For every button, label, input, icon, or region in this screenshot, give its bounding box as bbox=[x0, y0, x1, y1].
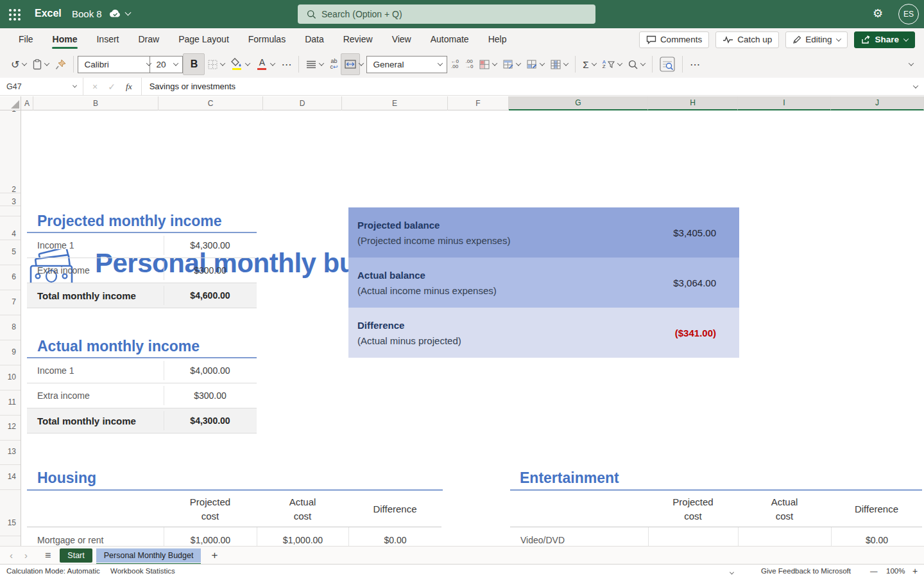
zoom-out-button[interactable]: — bbox=[870, 567, 878, 575]
table-row[interactable]: Income 1 $4,000.00 bbox=[27, 358, 257, 383]
column-header-j[interactable]: J bbox=[831, 96, 924, 110]
menu-tab-page-layout[interactable]: Page Layout bbox=[169, 28, 239, 51]
account-avatar[interactable]: ES bbox=[898, 4, 919, 24]
app-launcher-icon[interactable] bbox=[9, 9, 21, 21]
menu-tab-home[interactable]: Home bbox=[43, 28, 87, 51]
table-row[interactable]: Extra income $300.00 bbox=[27, 258, 257, 283]
next-sheet-chevron-icon[interactable]: › bbox=[19, 550, 33, 561]
all-sheets-menu-icon[interactable]: ≡ bbox=[33, 550, 60, 561]
select-all-corner[interactable] bbox=[0, 96, 21, 110]
sort-filter-button[interactable]: AZ bbox=[599, 53, 625, 75]
worksheet-canvas[interactable]: Personal monthly budget Projected monthl… bbox=[22, 110, 924, 546]
insert-table-button[interactable] bbox=[547, 53, 571, 75]
column-header-h[interactable]: H bbox=[648, 96, 738, 110]
projected-balance-row[interactable]: Projected balance (Projected income minu… bbox=[348, 207, 739, 258]
menu-tab-help[interactable]: Help bbox=[479, 28, 517, 51]
zoom-in-button[interactable]: + bbox=[912, 566, 918, 576]
column-header-b[interactable]: B bbox=[33, 96, 158, 110]
row-header-3[interactable]: 3 bbox=[12, 197, 16, 206]
font-size-combobox[interactable]: 20 bbox=[150, 56, 183, 73]
row-header-14[interactable]: 14 bbox=[8, 472, 16, 481]
autosum-button[interactable]: Σ bbox=[579, 53, 599, 75]
fill-color-button[interactable] bbox=[228, 53, 253, 75]
column-header-a[interactable]: A bbox=[21, 96, 33, 110]
ribbon-more-button[interactable]: ⋯ bbox=[687, 53, 703, 75]
column-header-c[interactable]: C bbox=[158, 96, 263, 110]
document-menu-chevron-icon[interactable] bbox=[125, 10, 132, 16]
row-header-12[interactable]: 12 bbox=[8, 422, 16, 431]
cancel-icon[interactable]: × bbox=[92, 82, 98, 92]
menu-tab-view[interactable]: View bbox=[382, 28, 421, 51]
menu-tab-draw[interactable]: Draw bbox=[128, 28, 169, 51]
font-name-combobox[interactable]: Calibri bbox=[78, 56, 156, 73]
comments-button[interactable]: Comments bbox=[639, 31, 709, 48]
format-as-table-button[interactable] bbox=[500, 53, 524, 75]
font-more-options-button[interactable]: ⋯ bbox=[278, 53, 295, 75]
app-name[interactable]: Excel bbox=[35, 8, 62, 19]
paste-button[interactable] bbox=[30, 53, 52, 75]
wrap-text-button[interactable]: ab c↩ bbox=[327, 53, 341, 75]
undo-button[interactable]: ↺ bbox=[8, 53, 30, 75]
analyze-data-button[interactable] bbox=[656, 53, 678, 75]
menu-tab-file[interactable]: File bbox=[9, 28, 43, 51]
actual-balance-row[interactable]: Actual balance (Actual income minus expe… bbox=[348, 258, 739, 308]
document-title[interactable]: Book 8 bbox=[72, 8, 102, 19]
column-header-e[interactable]: E bbox=[342, 96, 448, 110]
feedback-link[interactable]: Give Feedback to Microsoft bbox=[761, 567, 851, 575]
row-header-6[interactable]: 6 bbox=[12, 272, 16, 281]
row-header-11[interactable]: 11 bbox=[8, 398, 16, 407]
prev-sheet-chevron-icon[interactable]: ‹ bbox=[4, 550, 19, 561]
column-header-g[interactable]: G bbox=[509, 96, 648, 110]
decrease-decimal-button[interactable]: ←0.00 bbox=[447, 53, 461, 75]
number-format-combobox[interactable]: General bbox=[366, 56, 447, 73]
share-button[interactable]: Share bbox=[854, 31, 915, 48]
merge-options-chevron[interactable] bbox=[356, 53, 366, 75]
menu-tab-insert[interactable]: Insert bbox=[87, 28, 128, 51]
cell-styles-button[interactable] bbox=[524, 53, 547, 75]
column-header-f[interactable]: F bbox=[448, 96, 509, 110]
ribbon-collapse-button[interactable] bbox=[906, 53, 916, 75]
table-row[interactable]: Income 1 $4,300.00 bbox=[27, 233, 257, 258]
insert-function-icon[interactable]: fx bbox=[126, 82, 132, 92]
increase-decimal-button[interactable]: .00→0 bbox=[462, 53, 476, 75]
row-header-9[interactable]: 9 bbox=[12, 347, 16, 356]
menu-tab-automate[interactable]: Automate bbox=[421, 28, 479, 51]
workbook-statistics-button[interactable]: Workbook Statistics bbox=[110, 567, 175, 575]
row-header-10[interactable]: 10 bbox=[8, 372, 16, 381]
menu-tab-data[interactable]: Data bbox=[295, 28, 334, 51]
table-row-total[interactable]: Total monthly income $4,600.00 bbox=[27, 283, 257, 308]
row-header-5[interactable]: 5 bbox=[12, 247, 16, 256]
row-header-1[interactable]: 1 bbox=[12, 110, 16, 114]
search-input[interactable] bbox=[321, 9, 565, 19]
formula-bar-expand-chevron[interactable] bbox=[913, 83, 918, 88]
conditional-formatting-button[interactable] bbox=[476, 53, 500, 75]
calculation-mode-status[interactable]: Calculation Mode: Automatic bbox=[6, 567, 100, 575]
font-color-button[interactable]: A bbox=[253, 53, 278, 75]
borders-button[interactable] bbox=[205, 53, 228, 75]
find-button[interactable] bbox=[625, 53, 648, 75]
row-header-13[interactable]: 13 bbox=[8, 447, 16, 456]
bold-button[interactable]: B bbox=[183, 53, 205, 75]
table-row-total[interactable]: Total monthly income $4,300.00 bbox=[27, 408, 257, 434]
catch-up-button[interactable]: Catch up bbox=[715, 31, 779, 48]
zoom-level[interactable]: 100% bbox=[886, 567, 905, 575]
sheet-tab-personal-monthly-budget[interactable]: Personal Monthly Budget bbox=[96, 548, 201, 563]
entertainment-row-video[interactable]: Video/DVD $0.00 bbox=[510, 527, 922, 546]
row-header-8[interactable]: 8 bbox=[12, 322, 16, 331]
table-row[interactable]: Extra income $300.00 bbox=[27, 383, 257, 408]
search-bar[interactable] bbox=[298, 4, 595, 24]
row-header-4[interactable]: 4 bbox=[12, 229, 16, 238]
editing-mode-button[interactable]: Editing bbox=[785, 31, 848, 48]
row-header-7[interactable]: 7 bbox=[12, 297, 16, 306]
menu-tab-review[interactable]: Review bbox=[334, 28, 382, 51]
add-sheet-button[interactable]: + bbox=[201, 549, 228, 562]
sheet-tab-start[interactable]: Start bbox=[60, 548, 92, 563]
housing-row-mortgage[interactable]: Mortgage or rent $1,000.00 $1,000.00 $0.… bbox=[27, 527, 441, 546]
difference-row[interactable]: Difference (Actual minus projected) ($34… bbox=[348, 308, 739, 358]
alignment-button[interactable] bbox=[303, 53, 327, 75]
cell-name-box[interactable]: G47 bbox=[0, 78, 83, 96]
column-header-i[interactable]: I bbox=[738, 96, 831, 110]
menu-tab-formulas[interactable]: Formulas bbox=[239, 28, 295, 51]
row-header-15[interactable]: 15 bbox=[8, 518, 16, 527]
enter-check-icon[interactable]: ✓ bbox=[108, 82, 116, 92]
